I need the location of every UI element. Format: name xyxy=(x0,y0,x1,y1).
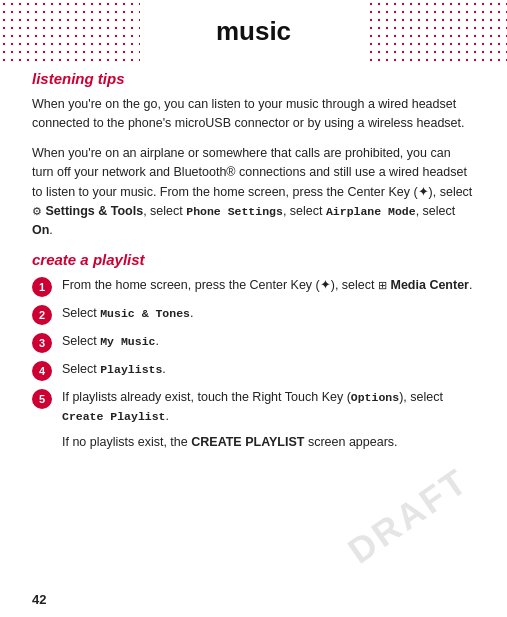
list-content-4: Select Playlists. xyxy=(62,360,475,379)
list-number-2: 2 xyxy=(32,305,52,325)
list-item-3: 3 Select My Music. xyxy=(32,332,475,353)
music-tones-label: Music & Tones xyxy=(100,307,190,320)
media-center-icon: ⊞ xyxy=(378,277,387,294)
settings-tools-label: Settings & Tools xyxy=(45,204,143,218)
create-playlist-heading: create a playlist xyxy=(32,251,475,268)
list-content-1: From the home screen, press the Center K… xyxy=(62,276,475,295)
options-label: Options xyxy=(351,391,399,404)
list-number-5: 5 xyxy=(32,389,52,409)
create-playlist-screen-label: CREATE PLAYLIST xyxy=(191,435,304,449)
list-content-5: If playlists already exist, touch the Ri… xyxy=(62,388,475,427)
list-number-1: 1 xyxy=(32,277,52,297)
list-number-4: 4 xyxy=(32,361,52,381)
content-area: listening tips When you're on the go, yo… xyxy=(0,62,507,469)
list-number-3: 3 xyxy=(32,333,52,353)
phone-settings-label: Phone Settings xyxy=(186,205,283,218)
list-item-4: 4 Select Playlists. xyxy=(32,360,475,381)
my-music-label: My Music xyxy=(100,335,155,348)
media-center-label: Media Center xyxy=(390,278,469,292)
listening-tips-para1: When you're on the go, you can listen to… xyxy=(32,95,475,134)
list-item-2: 2 Select Music & Tones. xyxy=(32,304,475,325)
header-dots-right xyxy=(367,0,507,62)
numbered-list: 1 From the home screen, press the Center… xyxy=(32,276,475,453)
settings-icon: ⚙ xyxy=(32,203,42,220)
list-content-2: Select Music & Tones. xyxy=(62,304,475,323)
listening-tips-heading: listening tips xyxy=(32,70,475,87)
draft-watermark: DRAFT xyxy=(340,460,476,573)
center-key-1: ✦ xyxy=(320,278,331,292)
center-key-symbol: ✦ xyxy=(418,185,429,199)
list-item-1: 1 From the home screen, press the Center… xyxy=(32,276,475,297)
page-number: 42 xyxy=(32,592,46,607)
create-playlist-label: Create Playlist xyxy=(62,410,166,423)
page-title: music xyxy=(216,16,291,47)
header-area: music xyxy=(0,0,507,62)
page-wrapper: music listening tips When you're on the … xyxy=(0,0,507,617)
listening-tips-para2: When you're on an airplane or somewhere … xyxy=(32,144,475,241)
list-sub-text-5: If no playlists exist, the CREATE PLAYLI… xyxy=(32,433,475,452)
playlists-label: Playlists xyxy=(100,363,162,376)
on-label: On xyxy=(32,223,49,237)
create-playlist-section: create a playlist 1 From the home screen… xyxy=(32,251,475,453)
header-dots-left xyxy=(0,0,140,62)
listening-tips-section: listening tips When you're on the go, yo… xyxy=(32,70,475,241)
list-content-3: Select My Music. xyxy=(62,332,475,351)
list-item-5: 5 If playlists already exist, touch the … xyxy=(32,388,475,427)
airplane-mode-label: Airplane Mode xyxy=(326,205,416,218)
